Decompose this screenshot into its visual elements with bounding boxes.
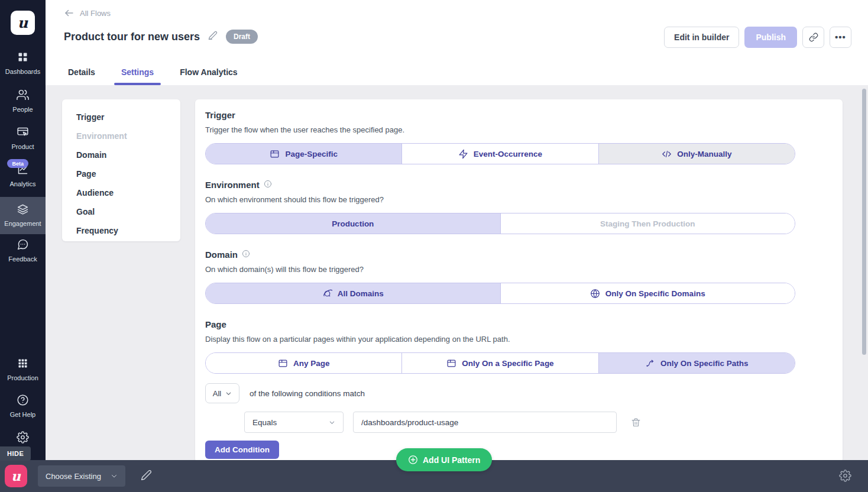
edit-in-builder-button[interactable]: Edit in builder (664, 27, 739, 48)
settings-nav-trigger[interactable]: Trigger (62, 108, 180, 127)
page-option-any-page[interactable]: Any Page (206, 353, 401, 373)
domain-segmented-control: All Domains Only On Specific Domains (205, 283, 795, 304)
section-title: Domain (205, 250, 238, 260)
copy-link-button[interactable] (802, 27, 824, 48)
breadcrumb-label: All Flows (80, 9, 111, 18)
sidebar-item-label: People (0, 106, 46, 113)
add-ui-pattern-button[interactable]: Add UI Pattern (396, 448, 492, 471)
page-option-specific-page[interactable]: Only On a Specific Page (401, 353, 598, 373)
choose-existing-dropdown[interactable]: Choose Existing (38, 465, 125, 487)
add-condition-button[interactable]: Add Condition (205, 441, 279, 459)
breadcrumb[interactable]: All Flows (64, 8, 111, 18)
condition-operator-select[interactable]: Equals (244, 412, 344, 433)
environment-option-staging-then-production[interactable]: Staging Then Production (500, 213, 795, 234)
sidebar-item-label: Dashboards (0, 68, 46, 75)
pencil-icon (141, 470, 152, 481)
settings-content: Trigger Environment Domain Page Audience… (46, 85, 868, 460)
settings-nav-frequency[interactable]: Frequency (62, 221, 180, 240)
settings-nav-environment[interactable]: Environment (62, 127, 180, 145)
trash-icon (631, 417, 641, 428)
sidebar: u Dashboards People Product Beta (0, 0, 46, 460)
sidebar-item-people[interactable]: People (0, 89, 46, 113)
more-actions-button[interactable]: ••• (830, 27, 851, 48)
flow-tabs: Details Settings Flow Analytics (68, 67, 238, 85)
engagement-layers-icon (17, 203, 29, 218)
status-badge: Draft (226, 30, 258, 44)
section-domain: Domain On which domain(s) will this flow… (205, 250, 795, 304)
sidebar-item-engagement[interactable]: Engagement (0, 197, 46, 234)
app-root: u Dashboards People Product Beta (0, 0, 868, 492)
code-icon (662, 149, 672, 159)
condition-value-input[interactable] (353, 412, 617, 433)
sidebar-item-analytics[interactable]: Beta Analytics (0, 163, 46, 187)
page-option-specific-paths[interactable]: Only On Specific Paths (598, 353, 795, 373)
trigger-option-event-occurrence[interactable]: Event-Occurrence (401, 144, 598, 164)
section-title: Trigger (205, 110, 235, 121)
domain-option-specific-domains[interactable]: Only On Specific Domains (500, 283, 795, 303)
section-description: Trigger the flow when the user reaches t… (205, 125, 795, 135)
settings-nav: Trigger Environment Domain Page Audience… (62, 99, 180, 241)
settings-nav-audience[interactable]: Audience (62, 183, 180, 202)
plus-circle-icon (408, 455, 418, 465)
page-header: All Flows Product tour for new users Dra… (46, 0, 868, 85)
sidebar-item-label: Feedback (0, 255, 46, 263)
lightning-icon (458, 149, 468, 159)
bottom-bar-settings-button[interactable] (839, 470, 851, 482)
sidebar-item-get-help[interactable]: Get Help (0, 394, 46, 418)
settings-nav-domain[interactable]: Domain (62, 145, 180, 164)
settings-nav-page[interactable]: Page (62, 164, 180, 183)
settings-nav-goal[interactable]: Goal (62, 202, 180, 221)
condition-row: Equals (244, 412, 795, 433)
beta-badge: Beta (7, 159, 28, 168)
trigger-segmented-control: Page-Specific Event-Occurrence Only-Manu… (205, 143, 795, 164)
sidebar-item-label: Production (0, 374, 46, 381)
hide-toggle[interactable]: HIDE (0, 446, 31, 461)
sidebar-item-feedback[interactable]: Feedback (0, 238, 46, 263)
match-conditions-label: of the following conditions match (250, 389, 365, 398)
domain-option-all-domains[interactable]: All Domains (206, 283, 500, 303)
environment-option-production[interactable]: Production (206, 213, 500, 234)
section-environment: Environment On which environment should … (205, 180, 795, 234)
delete-condition-button[interactable] (626, 417, 641, 428)
ellipsis-icon: ••• (835, 34, 846, 40)
all-domains-orbit-icon (322, 289, 332, 299)
feedback-chat-icon (17, 238, 29, 253)
sidebar-item-label: Product (0, 143, 46, 150)
section-description: Display this flow on a particular pages … (205, 335, 795, 344)
tab-settings[interactable]: Settings (121, 67, 154, 85)
vertical-scrollbar[interactable] (862, 89, 866, 355)
trigger-option-page-specific[interactable]: Page-Specific (206, 144, 401, 164)
app-logo[interactable]: u (11, 11, 35, 35)
help-circle-icon (17, 394, 29, 409)
tab-details[interactable]: Details (68, 67, 95, 85)
sidebar-item-product[interactable]: Product (0, 126, 46, 150)
bottom-bar-edit-button[interactable] (141, 470, 152, 481)
people-icon (17, 89, 29, 103)
product-window-icon (17, 126, 29, 141)
pencil-icon (208, 31, 218, 40)
page-title: Product tour for new users (64, 31, 200, 43)
section-description: On which domain(s) will this flow be tri… (205, 265, 795, 274)
match-quantifier-select[interactable]: All (205, 383, 239, 403)
tab-flow-analytics[interactable]: Flow Analytics (180, 67, 238, 85)
page-segmented-control: Any Page Only On a Specific Page Only On… (205, 352, 795, 374)
publish-button[interactable]: Publish (744, 27, 797, 48)
sidebar-item-label: Get Help (0, 411, 46, 418)
section-title: Page (205, 319, 226, 330)
section-page: Page Display this flow on a particular p… (205, 319, 795, 374)
trigger-option-only-manually[interactable]: Only-Manually (598, 144, 795, 164)
info-icon[interactable] (264, 180, 272, 190)
gear-icon (17, 431, 29, 446)
userpilot-logo[interactable]: u (5, 465, 27, 487)
dashboards-grid-icon (17, 51, 29, 66)
browser-icon (446, 358, 456, 368)
production-grid-icon (17, 357, 29, 372)
link-icon (809, 33, 818, 42)
info-icon[interactable] (242, 250, 250, 260)
sidebar-item-dashboards[interactable]: Dashboards (0, 51, 46, 75)
app-logo-letter: u (18, 14, 28, 31)
environment-segmented-control: Production Staging Then Production (205, 213, 795, 234)
sidebar-item-production[interactable]: Production (0, 357, 46, 381)
chevron-down-icon (329, 419, 335, 426)
edit-title-button[interactable] (208, 31, 218, 43)
